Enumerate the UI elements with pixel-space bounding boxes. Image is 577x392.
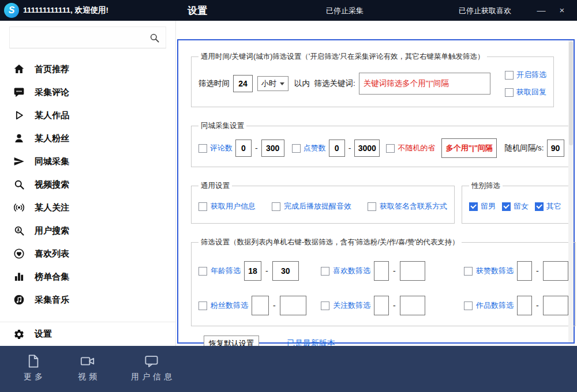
works-filter-min-input[interactable] (517, 296, 532, 315)
sidebar-item-label: 采集音乐 (35, 295, 69, 306)
sidebar-item-city-collect[interactable]: 同城采集 (0, 150, 175, 173)
main-content: 筛选设置 导出设置 功能设置 扫码登录 通用时间/关键词(城市)筛选设置（'开启… (176, 21, 577, 346)
tab-label: 功能设置 (179, 28, 208, 38)
get-user-info-checkbox[interactable] (198, 202, 207, 211)
sidebar-item-rank-collection[interactable]: 榜单合集 (0, 265, 175, 288)
sidebar: 首页推荐 采集评论 某人作品 某人粉丝 同城采集 视频搜索 某人关注 用户搜索 (0, 21, 176, 346)
enable-filter-checkbox[interactable] (505, 71, 514, 80)
fixed-province-checkbox[interactable] (386, 144, 395, 153)
like-max-input[interactable] (354, 140, 380, 157)
filter-time-input[interactable] (233, 75, 253, 92)
sidebar-menu: 首页推荐 采集评论 某人作品 某人粉丝 同城采集 视频搜索 某人关注 用户搜索 (0, 58, 175, 311)
minimize-button[interactable]: — (533, 3, 549, 17)
age-filter-checkbox[interactable] (198, 267, 207, 276)
like-filter-min-input[interactable] (374, 261, 389, 281)
keep-male-checkbox[interactable] (469, 202, 478, 211)
sidebar-item-collect-music[interactable]: 采集音乐 (0, 288, 175, 311)
tab-label: 扫码登录 (181, 28, 209, 38)
range-dash: - (265, 266, 269, 276)
bottombar-item-video[interactable]: 视频 (75, 353, 100, 382)
range-dash: - (535, 301, 539, 310)
follow-filter-checkbox[interactable] (321, 301, 329, 310)
works-filter-checkbox[interactable] (464, 301, 473, 310)
province-input[interactable] (441, 138, 497, 158)
panel-scrollbar[interactable] (568, 40, 574, 342)
follow-filter-min-input[interactable] (374, 296, 389, 315)
praise-filter-max-input[interactable] (543, 261, 568, 281)
bottombar-item-label: 更多 (24, 372, 46, 382)
age-filter-label: 年龄筛选 (211, 266, 241, 276)
sidebar-item-someone-follow[interactable]: 某人关注 (0, 196, 175, 219)
like-count-checkbox[interactable] (292, 144, 301, 153)
sidebar-item-label: 某人作品 (35, 110, 69, 121)
keep-female-checkbox[interactable] (502, 202, 511, 211)
status-collect: 已停止采集 (326, 6, 364, 16)
scrollbar-thumb[interactable] (569, 42, 573, 145)
city-collect-legend: 同城采集设置 (198, 121, 246, 131)
age-min-input[interactable] (244, 261, 261, 281)
app-logo-icon: S (4, 3, 19, 18)
heart-icon (13, 248, 25, 259)
random-interval-input[interactable] (547, 140, 564, 157)
data-filter-section: 筛选设置（数据列表内单机右键-数据筛选，含有'筛选粉/关/作/喜/赞'的代表支持… (191, 238, 576, 326)
gear-icon (13, 329, 25, 340)
general-filter-section: 通用时间/关键词(城市)筛选设置（'开启筛选'只在采集评论有效，其它右键菜单触发… (191, 52, 554, 107)
age-max-input[interactable] (272, 261, 299, 281)
common-settings-legend: 通用设置 (198, 181, 232, 191)
time-unit-select[interactable]: 小时 (257, 76, 288, 91)
get-reply-checkbox[interactable] (505, 88, 514, 97)
like-filter-max-input[interactable] (400, 261, 425, 281)
range-dash: - (254, 144, 258, 153)
sidebar-item-label: 采集评论 (35, 87, 69, 98)
close-button[interactable]: × (554, 3, 570, 17)
sidebar-item-label: 视频搜索 (35, 179, 69, 190)
sidebar-item-video-search[interactable]: 视频搜索 (0, 173, 175, 196)
range-dash: - (392, 301, 396, 310)
tab-strip: 筛选设置 导出设置 功能设置 扫码登录 (182, 27, 186, 39)
sidebar-item-settings[interactable]: 设置 (0, 322, 175, 346)
play-icon (13, 110, 25, 121)
filter-keyword-input[interactable] (359, 73, 490, 95)
chat-bubble-icon (144, 353, 159, 369)
gender-filter-legend: 性别筛选 (469, 181, 503, 191)
like-min-input[interactable] (329, 140, 345, 157)
bottombar-item-userinfo[interactable]: 用户信息 (128, 353, 175, 382)
signature-contact-checkbox[interactable] (368, 202, 376, 211)
home-icon (13, 63, 25, 75)
settings-panel: 通用时间/关键词(城市)筛选设置（'开启筛选'只在采集评论有效，其它右键菜单触发… (177, 39, 575, 344)
follow-filter-max-input[interactable] (400, 296, 425, 315)
works-filter-max-input[interactable] (543, 296, 568, 315)
praise-filter-checkbox[interactable] (464, 267, 473, 276)
sidebar-item-someone-fans[interactable]: 某人粉丝 (0, 127, 175, 150)
chevron-down-icon (280, 82, 284, 85)
comment-min-input[interactable] (235, 140, 252, 157)
comment-count-checkbox[interactable] (198, 144, 207, 153)
search-icon[interactable] (149, 32, 160, 43)
sidebar-item-label: 设置 (35, 329, 52, 340)
sidebar-item-user-search[interactable]: 用户搜索 (0, 219, 175, 242)
sidebar-item-home-recommend[interactable]: 首页推荐 (0, 58, 175, 81)
bottombar-item-more[interactable]: 更多 (21, 353, 46, 382)
fans-filter-label: 粉丝数筛选 (211, 300, 248, 311)
like-filter-checkbox[interactable] (321, 267, 329, 276)
play-sound-checkbox[interactable] (272, 202, 280, 211)
sidebar-item-someone-works[interactable]: 某人作品 (0, 104, 175, 127)
sidebar-item-like-list[interactable]: 喜欢列表 (0, 242, 175, 265)
general-filter-legend: 通用时间/关键词(城市)筛选设置（'开启筛选'只在采集评论有效，其它右键菜单触发… (198, 52, 487, 62)
gender-filter-section: 性别筛选 留男 留女 其它 (462, 181, 569, 224)
sidebar-item-label: 首页推荐 (35, 64, 69, 75)
fans-filter-checkbox[interactable] (198, 301, 207, 310)
within-keyword-label: 以内 筛选关键词: (294, 78, 355, 89)
range-dash: - (348, 144, 352, 153)
comment-max-input[interactable] (261, 140, 284, 157)
follow-filter-label: 关注数筛选 (333, 300, 370, 311)
praise-filter-min-input[interactable] (517, 261, 532, 281)
keep-other-checkbox[interactable] (535, 202, 544, 211)
city-collect-section: 同城采集设置 评论数 - 点赞数 - 不随机的省 随机间隔/s: (191, 121, 572, 167)
fans-filter-min-input[interactable] (252, 296, 269, 315)
fans-filter-max-input[interactable] (280, 296, 306, 315)
signature-contact-label: 获取签名含联系方式 (380, 201, 447, 212)
search-input[interactable] (16, 32, 149, 43)
video-camera-icon (80, 353, 95, 369)
sidebar-item-collect-comments[interactable]: 采集评论 (0, 81, 175, 104)
